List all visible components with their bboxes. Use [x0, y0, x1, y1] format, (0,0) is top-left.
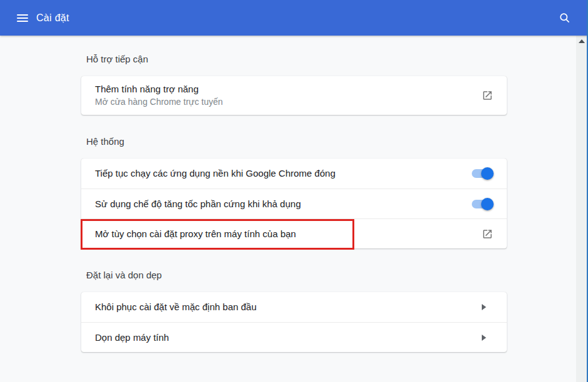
row-title: Khôi phục cài đặt về mặc định ban đầu [95, 301, 482, 313]
row-text: Dọn dẹp máy tính [95, 331, 482, 344]
section-heading: Hệ thống [81, 135, 507, 148]
settings-row[interactable]: Dọn dẹp máy tính [81, 322, 507, 352]
toggle-switch[interactable] [472, 200, 493, 208]
settings-row[interactable]: Khôi phục cài đặt về mặc định ban đầu [81, 292, 507, 322]
search-icon[interactable] [559, 12, 571, 24]
scrollbar-track[interactable] [576, 36, 587, 382]
hamburger-menu-icon[interactable] [17, 12, 28, 24]
row-text: Khôi phục cài đặt về mặc định ban đầu [95, 301, 482, 313]
chevron-right-icon [482, 304, 486, 310]
settings-row[interactable]: Thêm tính năng trợ năngMở cửa hàng Chrom… [81, 76, 507, 115]
toggle-knob [481, 167, 494, 180]
scroll-up-arrow-icon [579, 39, 585, 43]
row-text: Mở tùy chọn cài đặt proxy trên máy tính … [95, 228, 482, 240]
settings-row[interactable]: Tiếp tục chạy các ứng dụng nền khi Googl… [81, 159, 507, 189]
toggle-switch[interactable] [472, 169, 493, 178]
settings-card: Thêm tính năng trợ năngMở cửa hàng Chrom… [81, 76, 507, 115]
toggle-knob [481, 198, 494, 210]
row-title: Mở tùy chọn cài đặt proxy trên máy tính … [95, 228, 482, 240]
settings-card: Khôi phục cài đặt về mặc định ban đầuDọn… [81, 292, 507, 352]
settings-content: Hỗ trợ tiếp cậnThêm tính năng trợ năngMở… [81, 36, 507, 352]
chevron-right-icon [482, 335, 486, 341]
settings-row[interactable]: Mở tùy chọn cài đặt proxy trên máy tính … [81, 218, 507, 248]
settings-row[interactable]: Sử dụng chế độ tăng tốc phần cứng khi kh… [81, 189, 507, 218]
row-title: Dọn dẹp máy tính [95, 331, 482, 344]
row-text: Tiếp tục chạy các ứng dụng nền khi Googl… [95, 167, 472, 180]
settings-card: Tiếp tục chạy các ứng dụng nền khi Googl… [81, 159, 507, 248]
section-heading: Hỗ trợ tiếp cận [81, 53, 507, 66]
row-text: Sử dụng chế độ tăng tốc phần cứng khi kh… [95, 198, 472, 210]
page-title: Cài đặt [36, 12, 69, 24]
scrollbar-up-button[interactable] [576, 36, 587, 46]
row-text: Thêm tính năng trợ năngMở cửa hàng Chrom… [95, 83, 482, 108]
row-subtitle: Mở cửa hàng Chrome trực tuyến [95, 96, 482, 108]
row-title: Thêm tính năng trợ năng [95, 83, 482, 96]
external-link-icon [482, 228, 493, 240]
external-link-icon [482, 90, 493, 101]
row-title: Sử dụng chế độ tăng tốc phần cứng khi kh… [95, 198, 472, 210]
row-title: Tiếp tục chạy các ứng dụng nền khi Googl… [95, 167, 472, 180]
section-heading: Đặt lại và dọn dẹp [81, 269, 507, 282]
app-header: Cài đặt [0, 0, 588, 36]
